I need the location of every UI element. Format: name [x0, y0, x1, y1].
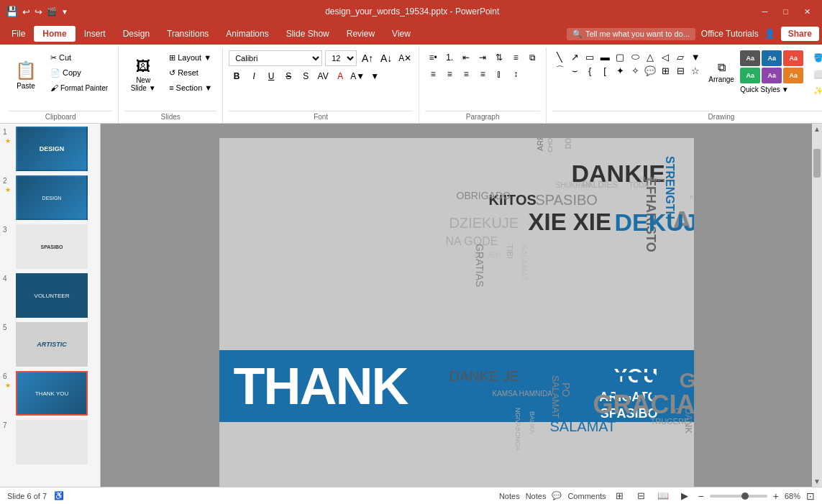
shape-outline-button[interactable]: ⬜ Shape Outline ▼	[809, 67, 822, 81]
slide-thumb-4[interactable]: 4 VOLUNTEER	[3, 273, 97, 318]
menu-home[interactable]: Home	[34, 26, 75, 42]
text-highlight-button[interactable]: A▼	[350, 69, 365, 83]
font-size-selector[interactable]: 12	[325, 50, 357, 66]
vertical-scrollbar[interactable]: ▲ ▼	[812, 124, 822, 487]
align-text-button[interactable]: ≡	[508, 50, 524, 65]
redo-icon[interactable]: ↪	[35, 6, 42, 17]
menu-review[interactable]: Review	[338, 26, 383, 42]
zoom-out-icon[interactable]: −	[698, 490, 704, 502]
fit-slide-button[interactable]: ⊡	[806, 490, 815, 502]
slide-thumb-6[interactable]: 6 ★ THANK YOU	[3, 371, 97, 416]
close-button[interactable]: ✕	[798, 6, 816, 18]
slide-thumb-1[interactable]: 1 ★ DESIGN	[3, 127, 97, 171]
restore-button[interactable]: □	[777, 6, 794, 17]
numbering-button[interactable]: 1.	[442, 50, 457, 65]
shape-star5[interactable]: ✦	[613, 64, 627, 77]
shape-callout[interactable]: 💬	[643, 64, 657, 77]
share-button[interactable]: Share	[781, 27, 819, 41]
slide-img-5[interactable]: ARTISTIC	[16, 322, 88, 367]
menu-view[interactable]: View	[383, 26, 419, 42]
columns-button[interactable]: ⫿	[491, 67, 507, 81]
zoom-in-icon[interactable]: +	[773, 490, 779, 502]
qs-item-6[interactable]: Aa	[783, 68, 803, 83]
bullets-button[interactable]: ≡•	[425, 50, 441, 65]
shape-line[interactable]: ╲	[552, 50, 567, 63]
menu-file[interactable]: File	[3, 26, 34, 42]
paste-button[interactable]: 📋 Paste	[9, 50, 43, 99]
slide-canvas[interactable]: DANKIE ARRIGATO DO JEH CHOUKRANE STRENGT…	[219, 138, 694, 487]
font-color-button[interactable]: A	[332, 69, 348, 83]
smartart-button[interactable]: ⧉	[524, 50, 540, 65]
shape-ellipse[interactable]: ⬭	[628, 50, 642, 63]
slide-img-4[interactable]: VOLUNTEER	[16, 273, 88, 318]
clear-format-button[interactable]: A✕	[397, 51, 413, 65]
shape-misc2[interactable]: ⊟	[673, 64, 688, 77]
slide-thumb-2[interactable]: 2 ★ DESIGN	[3, 175, 97, 220]
shadow-button[interactable]: S	[298, 69, 314, 83]
slide-img-2[interactable]: DESIGN	[16, 175, 88, 220]
shape-para[interactable]: ▱	[673, 50, 688, 63]
bold-button[interactable]: B	[229, 69, 245, 83]
justify-button[interactable]: ≡	[475, 67, 490, 81]
shape-curve1[interactable]: ⌒	[552, 64, 567, 77]
scroll-track[interactable]	[812, 134, 822, 476]
minimize-button[interactable]: ─	[757, 6, 774, 17]
menu-design[interactable]: Design	[114, 26, 158, 42]
shape-fill-button[interactable]: 🪣 Shape Fill ▼	[809, 50, 822, 65]
slide-thumb-7[interactable]: 7	[3, 420, 97, 464]
scroll-down-button[interactable]: ▼	[812, 476, 822, 487]
search-box[interactable]: 🔍 Tell me what you want to do...	[567, 28, 695, 40]
normal-view-button[interactable]: ⊞	[612, 490, 628, 503]
align-center-button[interactable]: ≡	[442, 67, 457, 81]
slide-sorter-button[interactable]: ⊟	[634, 490, 649, 503]
shape-misc3[interactable]: ☆	[688, 64, 703, 77]
shape-tri[interactable]: △	[643, 50, 657, 63]
qs-item-1[interactable]: Aa	[740, 50, 760, 66]
slide-img-3[interactable]: SPASIBO	[16, 224, 88, 269]
slideshow-button[interactable]: ▶	[677, 490, 693, 503]
format-painter-button[interactable]: 🖌 Format Painter	[46, 81, 112, 95]
quick-styles-dropdown[interactable]: ▼	[782, 86, 789, 93]
layout-button[interactable]: ⊞ Layout ▼	[165, 50, 216, 65]
line-spacing-button[interactable]: ↕	[508, 67, 524, 81]
reset-button[interactable]: ↺ Reset	[165, 65, 216, 80]
zoom-level[interactable]: 68%	[785, 492, 800, 500]
shrink-font-button[interactable]: A↓	[378, 51, 394, 65]
font-color-arrow[interactable]: ▼	[367, 69, 383, 83]
shape-effects-button[interactable]: ✨ Shape Effects ▼	[809, 83, 822, 98]
shape-star4[interactable]: ✧	[628, 64, 642, 77]
shape-rect[interactable]: ▭	[583, 50, 597, 63]
undo-icon[interactable]: ↩	[22, 6, 30, 17]
scroll-thumb[interactable]	[813, 149, 821, 178]
menu-animations[interactable]: Animations	[217, 26, 277, 42]
shape-bracket[interactable]: [	[598, 64, 612, 77]
office-tutorials-link[interactable]: Office Tutorials	[701, 29, 759, 39]
copy-button[interactable]: 📄 Copy	[46, 65, 112, 80]
shape-arrow[interactable]: ↗	[567, 50, 582, 63]
notes-button[interactable]: Notes	[499, 492, 520, 500]
align-right-button[interactable]: ≡	[458, 67, 474, 81]
menu-insert[interactable]: Insert	[76, 26, 114, 42]
strikethrough-button[interactable]: S	[280, 69, 296, 83]
reading-view-button[interactable]: 📖	[655, 490, 671, 503]
grow-font-button[interactable]: A↑	[360, 51, 375, 65]
text-direction-button[interactable]: ⇅	[491, 50, 507, 65]
shape-brace[interactable]: {	[583, 64, 597, 77]
shape-rect2[interactable]: ▬	[598, 50, 612, 63]
character-spacing-button[interactable]: AV	[315, 69, 331, 83]
zoom-slider[interactable]	[710, 495, 767, 498]
section-button[interactable]: ≡ Section ▼	[165, 81, 216, 95]
slide-img-1[interactable]: DESIGN	[16, 127, 88, 171]
shape-misc1[interactable]: ⊞	[658, 64, 672, 77]
font-family-selector[interactable]: Calibri	[229, 50, 322, 66]
menu-transitions[interactable]: Transitions	[158, 26, 217, 42]
qs-item-5[interactable]: Aa	[762, 68, 782, 83]
align-left-button[interactable]: ≡	[425, 67, 441, 81]
qs-item-2[interactable]: Aa	[762, 50, 782, 66]
shape-rtri[interactable]: ◁	[658, 50, 672, 63]
menu-slideshow[interactable]: Slide Show	[278, 26, 338, 42]
dropdown-icon[interactable]: ▼	[61, 8, 68, 16]
italic-button[interactable]: I	[246, 69, 262, 83]
new-slide-button[interactable]: 🖼 NewSlide ▼	[124, 50, 162, 99]
quick-access-icon[interactable]: 🎬	[47, 7, 57, 17]
